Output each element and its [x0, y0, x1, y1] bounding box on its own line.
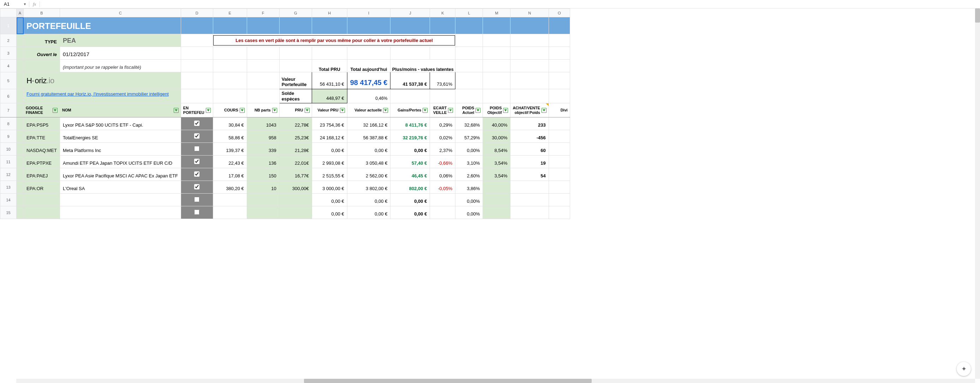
cell-pru[interactable]: 22,78€: [280, 120, 312, 130]
col-header-G[interactable]: G: [279, 9, 312, 17]
filter-icon[interactable]: [383, 108, 388, 113]
formula-input[interactable]: [40, 1, 978, 8]
cell-valeur-actuelle[interactable]: 0,00 €: [347, 146, 390, 155]
cell-symbol[interactable]: EPA:OR: [24, 184, 60, 193]
portfolio-checkbox[interactable]: [194, 197, 199, 202]
cell-in-portfolio[interactable]: [181, 181, 213, 194]
cell-poids-objectif[interactable]: 40,00%: [483, 120, 510, 130]
cell-poids-actuel[interactable]: 0,00%: [455, 196, 483, 206]
vertical-scrollbar[interactable]: [975, 8, 980, 219]
portfolio-checkbox[interactable]: [194, 171, 199, 177]
cell-note-indicator[interactable]: [546, 103, 549, 106]
cell-nb-parts[interactable]: 10: [247, 184, 279, 193]
cell-nb-parts[interactable]: 958: [247, 133, 279, 142]
cell-in-portfolio[interactable]: [181, 206, 213, 219]
col-header-F[interactable]: F: [247, 9, 279, 17]
cell-poids-actuel[interactable]: 3,86%: [455, 184, 483, 193]
filter-icon[interactable]: [448, 108, 453, 113]
name-box[interactable]: A1 ▼: [2, 1, 29, 8]
cell-nom[interactable]: Amundi ETF PEA Japan TOPIX UCITS ETF EUR…: [60, 158, 181, 168]
cell-symbol[interactable]: EPA:TTE: [24, 133, 60, 142]
cell-in-portfolio[interactable]: [181, 143, 213, 155]
cell-valeur-actuelle[interactable]: 0,00 €: [347, 209, 390, 218]
cell-ecart-veille[interactable]: -0,66%: [430, 158, 455, 168]
filter-icon[interactable]: [206, 108, 211, 113]
cell-poids-actuel[interactable]: 0,00%: [455, 209, 483, 218]
row-header-15[interactable]: 15: [0, 206, 17, 219]
portfolio-checkbox[interactable]: [194, 133, 199, 139]
cell-A1[interactable]: [17, 17, 24, 34]
row-header-10[interactable]: 10: [0, 143, 17, 155]
filter-icon[interactable]: [423, 108, 428, 113]
cell-symbol[interactable]: EPA:PAEJ: [24, 171, 60, 180]
col-header-H[interactable]: H: [312, 9, 347, 17]
portfolio-checkbox[interactable]: [194, 184, 199, 189]
cell-cours[interactable]: [213, 214, 247, 218]
cell-pru[interactable]: 300,00€: [280, 184, 312, 193]
portfolio-checkbox[interactable]: [194, 146, 199, 151]
cell-valeur-pru[interactable]: 3 000,00 €: [312, 184, 347, 193]
cell-gains-pertes[interactable]: 0,00 €: [390, 196, 430, 206]
cell-poids-actuel[interactable]: 0,00%: [455, 146, 483, 155]
cell-pru[interactable]: 21,28€: [280, 146, 312, 155]
cell-in-portfolio[interactable]: [181, 168, 213, 181]
cell-gains-pertes[interactable]: 32 219,76 €: [390, 133, 430, 142]
filter-icon[interactable]: [305, 108, 310, 113]
cell-cours[interactable]: [213, 202, 247, 206]
cell-valeur-actuelle[interactable]: 56 387,88 €: [347, 133, 390, 142]
filter-icon[interactable]: [240, 108, 245, 113]
col-header-C[interactable]: C: [60, 9, 181, 17]
cell-symbol[interactable]: EPA:PSP5: [24, 120, 60, 130]
row-header-2[interactable]: 2: [0, 34, 17, 47]
row-header-4[interactable]: 4: [0, 60, 17, 72]
cell-nom[interactable]: TotalEnergies SE: [60, 133, 181, 142]
cell-achat-vente[interactable]: 19: [511, 158, 548, 168]
cell-valeur-pru[interactable]: 2 993,08 €: [312, 158, 347, 168]
cell-poids-objectif[interactable]: 3,54%: [483, 171, 510, 180]
portfolio-checkbox[interactable]: [194, 209, 199, 215]
cell-pru[interactable]: 22,01€: [280, 158, 312, 168]
cell-symbol[interactable]: [24, 214, 60, 218]
cell-valeur-pru[interactable]: 24 168,12 €: [312, 133, 347, 142]
row-header-6[interactable]: 6: [0, 89, 17, 103]
cell-valeur-actuelle[interactable]: 3 802,00 €: [347, 184, 390, 193]
row-header-1[interactable]: 1: [0, 17, 17, 34]
cell-ecart-veille[interactable]: -0,05%: [430, 184, 455, 193]
cell-gains-pertes[interactable]: 0,00 €: [390, 146, 430, 155]
cell-cours[interactable]: 380,20 €: [213, 184, 247, 193]
cell-ecart-veille[interactable]: 2,37%: [430, 146, 455, 155]
cell-valeur-pru[interactable]: 0,00 €: [312, 146, 347, 155]
cell-valeur-pru[interactable]: 0,00 €: [312, 196, 347, 206]
cell-pru[interactable]: 16,77€: [280, 171, 312, 180]
cell-poids-objectif[interactable]: [483, 214, 510, 218]
col-header-D[interactable]: D: [181, 9, 213, 17]
col-header-K[interactable]: K: [430, 9, 455, 17]
cell-nom[interactable]: [60, 214, 181, 218]
col-header-B[interactable]: B: [24, 9, 60, 17]
cell-gains-pertes[interactable]: 57,40 €: [390, 158, 430, 168]
row-header-5[interactable]: 5: [0, 72, 17, 89]
cell-gains-pertes[interactable]: 802,00 €: [390, 184, 430, 193]
row-header-14[interactable]: 14: [0, 194, 17, 206]
col-header-L[interactable]: L: [455, 9, 483, 17]
filter-icon[interactable]: [503, 108, 508, 113]
title-cell[interactable]: PORTEFEUILLE: [24, 17, 181, 34]
cell-nb-parts[interactable]: [247, 202, 279, 206]
cell-nb-parts[interactable]: 150: [247, 171, 279, 180]
row-header-12[interactable]: 12: [0, 168, 17, 181]
col-header-N[interactable]: N: [511, 9, 549, 17]
col-header-I[interactable]: I: [347, 9, 390, 17]
cell-poids-actuel[interactable]: 32,68%: [455, 120, 483, 130]
name-box-dropdown-icon[interactable]: ▼: [23, 2, 27, 6]
row-header-9[interactable]: 9: [0, 130, 17, 143]
cell-pru[interactable]: 25,23€: [280, 133, 312, 142]
cell-ecart-veille[interactable]: [430, 202, 455, 206]
cell-poids-actuel[interactable]: 2,60%: [455, 171, 483, 180]
cell-poids-actuel[interactable]: 57,29%: [455, 133, 483, 142]
cell-pru[interactable]: [280, 214, 312, 218]
spreadsheet-grid[interactable]: A B C D E F G H I J K L M N O 1 PORTEFEU…: [0, 8, 980, 219]
row-header-13[interactable]: 13: [0, 181, 17, 194]
cell-in-portfolio[interactable]: [181, 194, 213, 206]
cell-nom[interactable]: Lyxor PEA S&P 500 UCITS ETF - Capi.: [60, 120, 181, 130]
select-all-cell[interactable]: [0, 9, 17, 17]
